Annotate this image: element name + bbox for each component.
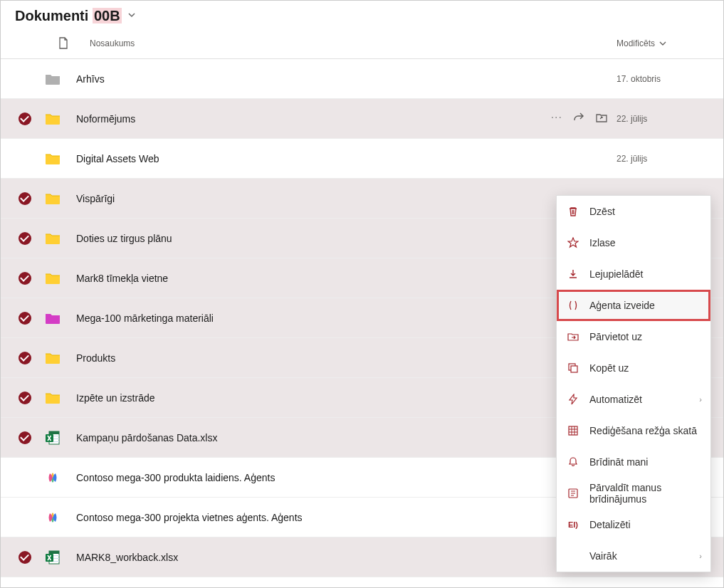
svg-rect-1 xyxy=(49,431,59,434)
folder-pink-icon xyxy=(35,312,70,325)
checkmark-icon[interactable] xyxy=(19,232,31,245)
menu-item-label: Dzēst xyxy=(589,206,615,217)
menu-item-lejupielādēt[interactable]: Lejupielādēt xyxy=(557,258,710,290)
excel-icon xyxy=(35,550,70,565)
menu-item-aģenta-izveide[interactable]: Aģenta izveide xyxy=(557,290,710,321)
menu-item-label: Rediģēšana režģa skatā xyxy=(589,425,697,436)
menu-item-label: Vairāk xyxy=(589,550,617,562)
grid-icon xyxy=(567,424,579,437)
more-actions-icon[interactable]: ··· xyxy=(551,111,562,127)
menu-item-label: Brīdināt mani xyxy=(589,456,648,468)
list-item[interactable]: Arhīvs17. oktobris xyxy=(1,59,723,99)
item-date: 22. jūlijs xyxy=(617,114,709,124)
checkmark-icon[interactable] xyxy=(19,112,31,125)
folder-yellow-icon xyxy=(35,232,70,245)
title-text-highlight: 00B xyxy=(93,8,122,23)
chevron-down-icon[interactable] xyxy=(127,11,136,21)
svg-rect-9 xyxy=(49,551,59,554)
checkmark-icon[interactable] xyxy=(19,272,31,285)
menu-item-label: Pārvaldīt manus brīdinājumus xyxy=(589,482,701,505)
item-name[interactable]: Contoso mega-300 produkta laidiens. Aģen… xyxy=(70,472,538,483)
list-item[interactable]: Digital Assets Web22. jūlijs xyxy=(1,139,723,179)
menu-item-label: Automatizēt xyxy=(589,394,642,405)
item-date: 22. jūlijs xyxy=(617,154,709,164)
download-icon xyxy=(567,268,579,280)
checkmark-icon[interactable] xyxy=(19,551,31,564)
checkmark-icon[interactable] xyxy=(19,192,31,205)
column-type-icon[interactable] xyxy=(35,37,81,50)
blank-icon xyxy=(567,550,579,562)
menu-item-izlase[interactable]: Izlase xyxy=(557,227,710,258)
trash-icon xyxy=(567,205,579,218)
item-name[interactable]: Izpēte un izstrāde xyxy=(70,392,538,404)
menu-item-label: Pārvietot uz xyxy=(589,331,642,342)
menu-item-label: Kopēt uz xyxy=(589,362,629,374)
list-item[interactable]: Noformējums···22. jūlijs xyxy=(1,99,723,139)
folder-yellow-icon xyxy=(35,392,70,404)
menu-item-label: Aģenta izveide xyxy=(589,300,655,311)
folder-yellow-icon xyxy=(35,352,70,364)
column-modified-header[interactable]: Modificēts xyxy=(617,38,709,48)
svg-rect-16 xyxy=(569,426,577,435)
menu-item-dzēst[interactable]: Dzēst xyxy=(557,196,710,227)
menu-item-rediģēšana-režģa-skatā[interactable]: Rediģēšana režģa skatā xyxy=(557,415,710,446)
column-headers: Nosaukums Modificēts xyxy=(1,30,723,59)
library-title[interactable]: Dokumenti 00B xyxy=(15,8,122,24)
item-name[interactable]: MARK8_workback.xlsx xyxy=(70,552,538,563)
checkmark-icon[interactable] xyxy=(19,431,31,444)
copyto-icon xyxy=(567,362,579,374)
moveto-icon xyxy=(567,330,579,343)
item-name[interactable]: Kampaņu pārdošanas Data.xlsx xyxy=(70,432,538,443)
item-name[interactable]: Arhīvs xyxy=(70,73,538,85)
folder-gray-icon xyxy=(35,73,70,85)
folder-yellow-icon xyxy=(35,272,70,285)
folder-yellow-icon xyxy=(35,152,70,165)
share-icon[interactable] xyxy=(572,111,585,127)
shortcut-icon[interactable] xyxy=(595,111,608,127)
copilot-icon xyxy=(35,470,70,485)
item-name[interactable]: Vispārīgi xyxy=(70,193,538,204)
item-name[interactable]: Mega-100 mārketinga materiāli xyxy=(70,313,538,324)
checkmark-icon[interactable] xyxy=(19,312,31,325)
menu-item-pārvietot-uz[interactable]: Pārvietot uz xyxy=(557,321,710,352)
automate-icon xyxy=(567,393,579,406)
chevron-right-icon: › xyxy=(699,395,702,404)
menu-item-label: Lejupielādēt xyxy=(589,268,644,280)
bell-icon xyxy=(567,456,579,468)
library-header: Dokumenti 00B xyxy=(1,1,723,30)
manage-icon xyxy=(567,487,579,500)
star-icon xyxy=(567,236,579,249)
column-modified-label: Modificēts xyxy=(617,38,655,48)
menu-item-brīdināt-mani[interactable]: Brīdināt mani xyxy=(557,446,710,478)
item-name[interactable]: Doties uz tirgus plānu xyxy=(70,233,538,244)
copilot-icon xyxy=(35,510,70,525)
chevron-down-icon xyxy=(659,40,666,47)
folder-yellow-icon xyxy=(35,192,70,205)
details-text-icon: EI) xyxy=(567,520,579,529)
item-name[interactable]: Produkts xyxy=(70,352,538,364)
folder-yellow-icon xyxy=(35,112,70,125)
item-name[interactable]: Digital Assets Web xyxy=(70,153,538,164)
svg-rect-15 xyxy=(571,366,577,372)
agent-icon xyxy=(567,299,579,312)
chevron-right-icon: › xyxy=(699,552,702,560)
checkmark-icon[interactable] xyxy=(19,392,31,404)
menu-item-automatizēt[interactable]: Automatizēt› xyxy=(557,384,710,415)
menu-item-detalizēti[interactable]: EI)Detalizēti xyxy=(557,509,710,540)
column-name-header[interactable]: Nosaukums xyxy=(81,38,617,48)
menu-item-label: Detalizēti xyxy=(589,519,631,530)
menu-item-vairāk[interactable]: Vairāk› xyxy=(557,540,710,572)
title-text-plain: Dokumenti xyxy=(15,8,93,23)
row-actions: ··· xyxy=(538,111,617,127)
menu-item-kopēt-uz[interactable]: Kopēt uz xyxy=(557,352,710,384)
checkmark-icon[interactable] xyxy=(19,352,31,364)
item-date: 17. oktobris xyxy=(617,74,709,84)
context-menu: DzēstIzlaseLejupielādētAģenta izveidePār… xyxy=(556,195,711,572)
item-name[interactable]: Contoso mega-300 projekta vietnes aģents… xyxy=(70,512,538,523)
item-name[interactable]: Mark8 tīmekļa vietne xyxy=(70,273,538,284)
item-name[interactable]: Noformējums xyxy=(70,113,538,125)
menu-item-pārvaldīt-manus-brīdinājumus[interactable]: Pārvaldīt manus brīdinājumus xyxy=(557,478,710,509)
menu-item-label: Izlase xyxy=(589,237,616,248)
excel-icon xyxy=(35,430,70,446)
